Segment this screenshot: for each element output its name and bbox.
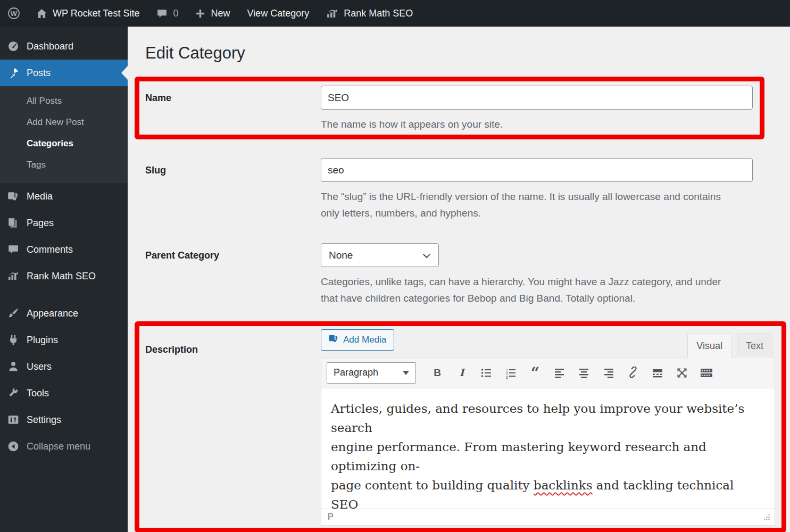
admin-bar-rank-math[interactable]: Rank Math SEO (318, 0, 421, 27)
misspelled-word: backlinks (534, 478, 593, 492)
sidebar-item-settings[interactable]: Settings (0, 406, 128, 433)
sidebar-label-media: Media (27, 191, 53, 202)
sidebar-item-plugins[interactable]: Plugins (0, 327, 128, 353)
admin-bar: W WP Rocket Test Site 0 New View Categor… (0, 0, 790, 27)
admin-bar-new[interactable]: New (187, 0, 238, 27)
editor-toolbar: Paragraph B I 123 (321, 358, 775, 388)
parent-category-row: Parent Category None Categories, unlike … (145, 243, 764, 306)
format-selected-value: Paragraph (334, 367, 378, 378)
align-left-icon[interactable] (549, 362, 570, 384)
slug-help-text: The “slug” is the URL-friendly version o… (321, 188, 725, 221)
sidebar-label-comments: Comments (27, 244, 73, 255)
blockquote-icon[interactable]: “ (525, 362, 546, 384)
rank-math-icon (326, 7, 338, 20)
submenu-tags[interactable]: Tags (0, 154, 128, 176)
bulleted-list-icon[interactable] (476, 362, 497, 384)
sidebar-label-pages: Pages (27, 218, 54, 229)
sidebar-item-users[interactable]: Users (0, 353, 128, 380)
slug-row: Slug The “slug” is the URL-friendly vers… (145, 158, 764, 221)
annotation-box-name: Name The name is how it appears on your … (135, 77, 764, 139)
wordpress-logo[interactable]: W (0, 0, 28, 27)
svg-text:3: 3 (506, 375, 508, 379)
admin-bar-site-link[interactable]: WP Rocket Test Site (28, 0, 148, 27)
home-icon (36, 8, 47, 19)
pushpin-icon (7, 67, 19, 79)
sidebar-item-tools[interactable]: Tools (0, 380, 128, 406)
toolbar-toggle-icon[interactable] (696, 362, 717, 384)
view-category-label: View Category (247, 8, 309, 19)
numbered-list-icon[interactable]: 123 (500, 362, 521, 384)
rank-math-label: Rank Math SEO (344, 8, 413, 19)
tab-visual[interactable]: Visual (687, 334, 731, 358)
sidebar-item-media[interactable]: Media (0, 183, 128, 210)
tab-text[interactable]: Text (737, 334, 772, 358)
slug-input[interactable] (321, 158, 753, 182)
add-media-label: Add Media (343, 335, 386, 345)
sidebar-label-posts: Posts (27, 68, 51, 79)
misspelled-word: SEO (331, 497, 358, 509)
submenu-all-posts[interactable]: All Posts (0, 90, 128, 112)
parent-category-select[interactable]: None (321, 243, 439, 267)
menu-separator (0, 289, 128, 300)
sidebar-item-rank-math[interactable]: Rank Math SEO (0, 263, 128, 289)
sidebar-item-dashboard[interactable]: Dashboard (0, 33, 128, 60)
svg-text:I: I (460, 367, 466, 378)
comments-bubble-icon (156, 8, 168, 19)
align-right-icon[interactable] (598, 362, 619, 384)
parent-category-label: Parent Category (145, 243, 321, 306)
admin-bar-view-category[interactable]: View Category (238, 0, 318, 27)
link-icon[interactable] (622, 362, 644, 384)
parent-category-selected-value: None (329, 250, 353, 261)
comments-icon (7, 244, 19, 255)
tools-wrench-icon (7, 387, 19, 399)
wordpress-icon: W (7, 7, 20, 20)
users-icon (7, 361, 19, 372)
description-label: Description (145, 329, 321, 526)
chevron-down-icon (422, 250, 431, 261)
resize-grip-icon[interactable] (763, 513, 770, 521)
collapse-menu-label: Collapse menu (27, 441, 90, 452)
submenu-add-new-post[interactable]: Add New Post (0, 112, 128, 133)
sidebar-label-dashboard: Dashboard (27, 41, 73, 52)
annotation-box-description: Description Add Media Visual Text (135, 321, 786, 532)
bold-icon[interactable]: B (427, 362, 448, 384)
editor-tabs: Visual Text (687, 334, 772, 358)
description-line: Articles, guides, and resources to help … (331, 399, 765, 437)
parent-category-help-text: Categories, unlike tags, can have a hier… (321, 273, 725, 306)
admin-bar-comments[interactable]: 0 (148, 0, 187, 27)
svg-text:W: W (11, 10, 18, 18)
dashboard-icon (7, 40, 19, 52)
add-media-button[interactable]: Add Media (321, 329, 394, 351)
pages-icon (7, 217, 19, 229)
name-help-text: The name is how it appears on your site. (321, 116, 725, 132)
sidebar-item-comments[interactable]: Comments (0, 236, 128, 263)
svg-text:“: “ (531, 367, 539, 379)
new-label: New (211, 8, 230, 19)
settings-icon (7, 414, 19, 426)
description-content[interactable]: Articles, guides, and resources to help … (321, 388, 775, 509)
paragraph-format-select[interactable]: Paragraph (327, 362, 416, 384)
read-more-icon[interactable] (647, 362, 668, 384)
fullscreen-icon[interactable] (671, 362, 693, 384)
name-label: Name (145, 86, 321, 132)
page-title: Edit Category (145, 41, 790, 65)
add-media-icon (329, 334, 339, 346)
submenu-categories[interactable]: Categories (0, 133, 128, 154)
sidebar-item-appearance[interactable]: Appearance (0, 300, 128, 327)
edit-category-page: Edit Category Name The name is how it ap… (128, 0, 790, 532)
align-center-icon[interactable] (573, 362, 595, 384)
sidebar-label-tools: Tools (27, 388, 49, 399)
rank-math-seo-icon (7, 270, 19, 282)
collapse-menu-button[interactable]: Collapse menu (0, 433, 128, 460)
slug-label: Slug (145, 158, 321, 221)
plus-icon (195, 9, 205, 19)
description-line: page content to building quality backlin… (331, 476, 765, 509)
description-line: engine performance. From mastering keywo… (331, 437, 765, 476)
name-input[interactable] (321, 86, 753, 110)
media-icon (7, 190, 19, 202)
italic-icon[interactable]: I (451, 362, 472, 384)
sidebar-item-pages[interactable]: Pages (0, 210, 128, 236)
admin-sidebar: Dashboard Posts All Posts Add New Post C… (0, 27, 128, 532)
sidebar-item-posts[interactable]: Posts (0, 60, 128, 86)
sidebar-label-rank-math: Rank Math SEO (27, 271, 96, 282)
